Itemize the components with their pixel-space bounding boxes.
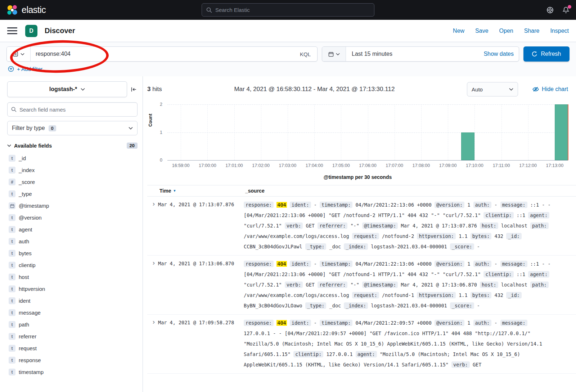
field-list: t_idt_index#_scoret_type@timestampt@vers… xyxy=(7,152,138,378)
field-chip: _score: xyxy=(450,243,474,250)
field-item[interactable]: treferrer xyxy=(7,330,138,342)
show-dates-button[interactable]: Show dates xyxy=(478,51,519,57)
field-item[interactable]: tident xyxy=(7,295,138,307)
field-name: message xyxy=(19,310,41,316)
calendar-icon xyxy=(328,51,334,57)
doc-timestamp: Mar 4, 2021 @ 17:13:06.870 xyxy=(158,259,244,266)
field-item[interactable]: thost xyxy=(7,271,138,283)
field-item[interactable]: t_id xyxy=(7,152,138,164)
quick-select-button[interactable] xyxy=(322,47,346,61)
field-item[interactable]: tagent xyxy=(7,224,138,235)
field-item[interactable]: tclientip xyxy=(7,259,138,271)
kql-language-button[interactable]: KQL xyxy=(293,51,317,57)
field-type-string-icon: t xyxy=(9,262,15,269)
collapse-sidebar-icon[interactable] xyxy=(130,86,138,93)
expand-row-button[interactable]: › xyxy=(149,318,158,326)
field-type-string-icon: t xyxy=(9,190,15,197)
sidebar: logstash-* xyxy=(0,76,143,392)
field-item[interactable]: t@version xyxy=(7,212,138,224)
field-type-number-icon: # xyxy=(9,179,15,185)
field-item[interactable]: t_type xyxy=(7,188,138,200)
saved-queries-button[interactable] xyxy=(7,47,31,61)
field-chip: @version: xyxy=(435,261,464,267)
field-item[interactable]: tbytes xyxy=(7,247,138,259)
chevron-down-icon xyxy=(21,53,24,55)
field-item[interactable]: tauth xyxy=(7,235,138,247)
field-chip: host: xyxy=(480,281,498,288)
field-item[interactable]: thttpversion xyxy=(7,283,138,295)
gridline xyxy=(261,104,261,160)
interval-select[interactable]: Auto xyxy=(467,82,518,96)
expand-row-button[interactable]: › xyxy=(149,259,158,267)
expand-row-button[interactable]: › xyxy=(149,200,158,208)
chart-time-range[interactable]: Mar 4, 2021 @ 16:58:30.112 - Mar 4, 2021… xyxy=(234,86,395,93)
help-icon[interactable] xyxy=(546,6,554,14)
search-highlight: 404 xyxy=(276,320,287,326)
field-item[interactable]: t_index xyxy=(7,164,138,176)
index-pattern-selector[interactable]: logstash-* xyxy=(7,81,127,97)
share-button[interactable]: Share xyxy=(524,28,540,34)
search-highlight: 404 xyxy=(276,261,287,267)
current-time-marker xyxy=(568,104,568,160)
field-item[interactable]: #_score xyxy=(7,176,138,188)
field-name: @timestamp xyxy=(19,203,49,209)
field-item[interactable]: @timestamp xyxy=(7,200,138,212)
field-chip: verb: xyxy=(451,361,470,368)
new-button[interactable]: New xyxy=(453,28,464,34)
hits-count: 3 hits xyxy=(147,86,162,93)
field-item[interactable]: ttimestamp xyxy=(7,366,138,378)
field-chip: ident: xyxy=(290,261,311,267)
table-row: ›Mar 4, 2021 @ 17:09:58.278response: 404… xyxy=(147,315,576,374)
field-chip: message: xyxy=(500,202,527,208)
gridline xyxy=(474,104,475,160)
filter-by-type-button[interactable]: Filter by type 0 xyxy=(7,121,138,135)
x-axis-label: 17:13:00 xyxy=(546,163,564,168)
header-actions xyxy=(546,6,570,14)
x-axis-label: 17:08:00 xyxy=(413,163,430,168)
field-chip: @timestamp: xyxy=(362,281,398,288)
save-button[interactable]: Save xyxy=(475,28,488,34)
histogram-bar[interactable] xyxy=(461,132,474,161)
field-search[interactable] xyxy=(7,102,138,117)
field-type-string-icon: t xyxy=(9,214,15,221)
column-header-source: _source xyxy=(245,188,265,194)
field-chip: @timestamp: xyxy=(362,222,398,229)
available-fields-header[interactable]: Available fields 20 xyxy=(7,143,138,149)
time-range-button[interactable]: Last 15 minutes xyxy=(346,51,398,57)
histogram-bar[interactable] xyxy=(555,104,568,160)
hide-chart-button[interactable]: Hide chart xyxy=(532,86,568,93)
field-item[interactable]: tmessage xyxy=(7,307,138,319)
interval-value: Auto xyxy=(472,86,483,93)
notifications-bell-icon[interactable] xyxy=(562,6,570,14)
page-title: Discover xyxy=(45,27,75,35)
open-button[interactable]: Open xyxy=(499,28,513,34)
query-input[interactable] xyxy=(31,47,293,61)
field-name: _score xyxy=(19,179,35,185)
refresh-button[interactable]: Refresh xyxy=(523,46,570,62)
global-search[interactable] xyxy=(202,3,374,17)
field-item[interactable]: tpath xyxy=(7,319,138,330)
add-filter-button[interactable]: + Add filter xyxy=(17,66,42,72)
field-type-string-icon: t xyxy=(9,250,15,257)
field-chip: clientip: xyxy=(483,212,513,218)
field-chip: bytes: xyxy=(471,292,492,298)
doc-timestamp: Mar 4, 2021 @ 17:09:58.278 xyxy=(158,318,244,325)
field-name: @version xyxy=(19,215,42,221)
field-search-input[interactable] xyxy=(19,107,134,113)
x-axis-label: 17:03:00 xyxy=(279,163,297,168)
available-fields-count-badge: 20 xyxy=(127,143,138,149)
field-chip: auth: xyxy=(473,202,492,208)
menu-icon[interactable] xyxy=(7,27,17,34)
field-item[interactable]: tresponse xyxy=(7,354,138,366)
field-chip: timestamp: xyxy=(320,320,352,326)
doc-timestamp: Mar 4, 2021 @ 17:13:07.876 xyxy=(158,200,244,207)
available-fields-label: Available fields xyxy=(14,143,52,149)
field-chip: verb: xyxy=(285,281,303,288)
column-header-time[interactable]: Time ▼ xyxy=(159,188,245,194)
inspect-button[interactable]: Inspect xyxy=(550,28,569,34)
global-search-input[interactable] xyxy=(215,7,370,13)
elastic-logo[interactable]: elastic xyxy=(6,4,46,16)
field-item[interactable]: trequest xyxy=(7,342,138,354)
filter-icon[interactable] xyxy=(8,66,14,72)
gridline xyxy=(501,104,502,160)
